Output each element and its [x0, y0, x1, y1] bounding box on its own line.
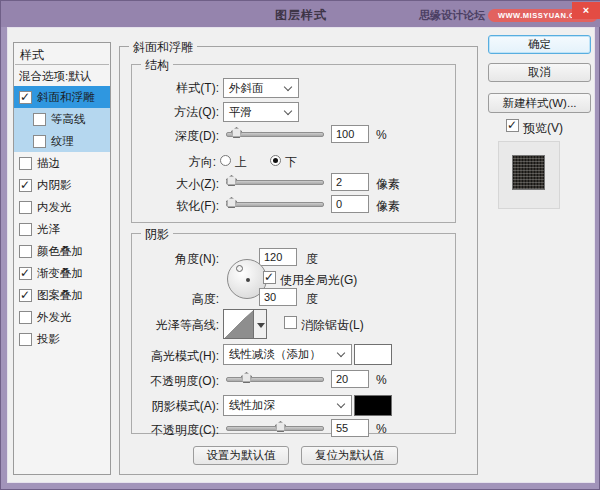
use-global-light-checkbox[interactable]	[263, 271, 276, 284]
styles-sidebar: 样式 混合选项:默认 斜面和浮雕 等高线 纹理 描边	[13, 42, 111, 475]
shadow-opacity-label: 不透明度(C):	[125, 422, 219, 439]
angle-label: 角度(N):	[125, 251, 219, 268]
highlight-opacity-label: 不透明度(O):	[125, 373, 219, 390]
depth-input[interactable]: 100	[331, 125, 369, 143]
sidebar-item-drop-shadow[interactable]: 投影	[14, 328, 110, 350]
highlight-opacity-unit: %	[376, 373, 387, 387]
size-slider-track[interactable]	[226, 180, 324, 185]
sidebar-item-styles[interactable]: 样式	[20, 47, 44, 64]
checkbox-inner-glow[interactable]	[19, 201, 32, 214]
sidebar-item-blending-options[interactable]: 混合选项:默认	[19, 69, 91, 84]
use-global-light-label: 使用全局光(G)	[280, 272, 357, 289]
dialog-window-frame: 图层样式 思缘设计论坛 www.missyuan.com × 样式 混合选项:默…	[0, 0, 600, 490]
angle-input[interactable]: 120	[259, 248, 297, 266]
chevron-down-icon	[337, 349, 345, 357]
sidebar-item-stroke[interactable]: 描边	[14, 152, 110, 174]
anti-alias-checkbox[interactable]	[284, 316, 297, 329]
sidebar-item-pattern-overlay[interactable]: 图案叠加	[14, 284, 110, 306]
close-icon[interactable]: ×	[572, 2, 600, 19]
anti-alias-label: 消除锯齿(L)	[301, 317, 364, 334]
highlight-opacity-slider-track[interactable]	[226, 377, 324, 382]
checkbox-gradient-overlay[interactable]	[19, 267, 32, 280]
preview-label: 预览(V)	[523, 120, 563, 137]
highlight-mode-value: 线性减淡（添加）	[229, 348, 321, 360]
ok-button[interactable]: 确定	[488, 35, 591, 54]
highlight-mode-label: 高光模式(H):	[125, 348, 219, 365]
style-label: 样式(T):	[125, 80, 219, 97]
direction-up-label: 上	[235, 154, 247, 171]
watermark-text: 思缘设计论坛	[419, 8, 485, 23]
sidebar-item-color-overlay[interactable]: 颜色叠加	[14, 240, 110, 262]
shadow-opacity-slider-track[interactable]	[226, 426, 324, 431]
checkbox-stroke[interactable]	[19, 157, 32, 170]
bevel-style-select[interactable]: 外斜面	[223, 78, 299, 98]
highlight-mode-select[interactable]: 线性减淡（添加）	[223, 344, 352, 365]
depth-unit: %	[376, 128, 387, 142]
soften-input[interactable]: 0	[331, 195, 369, 213]
sidebar-item-label: 内发光	[37, 200, 72, 215]
gloss-contour-thumbnail[interactable]	[223, 309, 254, 339]
sidebar-item-label: 等高线	[51, 112, 86, 127]
soften-label: 软化(F):	[125, 198, 219, 215]
sidebar-item-inner-shadow[interactable]: 内阴影	[14, 174, 110, 196]
sidebar-item-bevel-emboss[interactable]: 斜面和浮雕	[14, 86, 110, 108]
direction-up-radio[interactable]	[220, 155, 231, 166]
checkbox-pattern-overlay[interactable]	[19, 289, 32, 302]
sidebar-item-label: 斜面和浮雕	[37, 90, 95, 105]
sidebar-item-label: 光泽	[37, 222, 60, 237]
checkbox-contour[interactable]	[33, 113, 46, 126]
soften-slider-track[interactable]	[226, 202, 324, 207]
altitude-input[interactable]: 30	[259, 288, 297, 306]
shadow-mode-label: 阴影模式(A):	[125, 398, 219, 415]
reset-default-button[interactable]: 复位为默认值	[301, 446, 398, 465]
direction-down-label: 下	[285, 154, 297, 171]
chevron-down-icon	[284, 107, 292, 115]
angle-center-dot-icon	[246, 278, 250, 282]
sidebar-item-label: 内阴影	[37, 178, 72, 193]
gloss-contour-dropdown-icon[interactable]	[253, 309, 267, 339]
shading-legend: 阴影	[141, 226, 173, 243]
checkbox-inner-shadow[interactable]	[19, 179, 32, 192]
size-input[interactable]: 2	[331, 173, 369, 191]
checkbox-color-overlay[interactable]	[19, 245, 32, 258]
make-default-button[interactable]: 设置为默认值	[193, 446, 289, 465]
highlight-color-swatch[interactable]	[354, 344, 392, 365]
dialog-content: 样式 混合选项:默认 斜面和浮雕 等高线 纹理 描边	[7, 27, 595, 483]
sidebar-item-label: 描边	[37, 156, 60, 171]
shadow-opacity-input[interactable]: 55	[331, 419, 369, 437]
sidebar-item-contour[interactable]: 等高线	[14, 108, 110, 130]
shadow-mode-value: 线性加深	[229, 399, 275, 411]
technique-select[interactable]: 平滑	[223, 102, 299, 122]
angle-unit: 度	[306, 251, 318, 268]
titlebar[interactable]: 图层样式 思缘设计论坛 www.missyuan.com ×	[1, 1, 600, 27]
preview-checkbox[interactable]	[506, 119, 519, 132]
direction-label: 方向:	[122, 154, 216, 171]
angle-indicator-icon	[236, 265, 243, 272]
direction-down-radio[interactable]	[270, 155, 281, 166]
shadow-opacity-unit: %	[376, 422, 387, 436]
sidebar-item-gradient-overlay[interactable]: 渐变叠加	[14, 262, 110, 284]
checkbox-satin[interactable]	[19, 223, 32, 236]
shadow-mode-select[interactable]: 线性加深	[223, 395, 352, 416]
shadow-color-swatch[interactable]	[354, 395, 392, 416]
highlight-opacity-input[interactable]: 20	[331, 370, 369, 388]
checkbox-outer-glow[interactable]	[19, 311, 32, 324]
checkbox-drop-shadow[interactable]	[19, 333, 32, 346]
sidebar-item-satin[interactable]: 光泽	[14, 218, 110, 240]
new-style-button[interactable]: 新建样式(W)...	[488, 93, 591, 113]
technique-value: 平滑	[229, 106, 252, 118]
altitude-label: 高度:	[125, 291, 219, 308]
sidebar-item-texture[interactable]: 纹理	[14, 130, 110, 152]
sidebar-item-label: 纹理	[51, 134, 74, 149]
gloss-contour-label: 光泽等高线:	[125, 317, 219, 334]
sidebar-item-inner-glow[interactable]: 内发光	[14, 196, 110, 218]
style-preview-thumbnail	[513, 156, 544, 189]
technique-label: 方法(Q):	[125, 104, 219, 121]
sidebar-item-label: 图案叠加	[37, 288, 83, 303]
cancel-button[interactable]: 取消	[488, 63, 591, 82]
altitude-unit: 度	[306, 291, 318, 308]
sidebar-item-label: 颜色叠加	[37, 244, 83, 259]
checkbox-texture[interactable]	[33, 135, 46, 148]
sidebar-item-outer-glow[interactable]: 外发光	[14, 306, 110, 328]
checkbox-bevel-emboss[interactable]	[19, 91, 32, 104]
